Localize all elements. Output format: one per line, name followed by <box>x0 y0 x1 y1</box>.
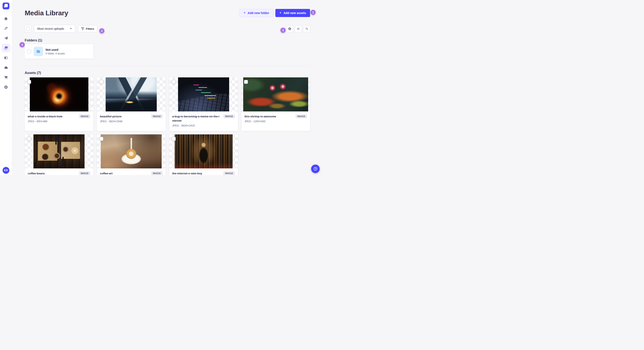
asset-image <box>30 77 88 111</box>
asset-checkbox[interactable] <box>27 80 31 84</box>
asset-checkbox[interactable] <box>100 137 103 141</box>
folder-icon <box>36 49 41 54</box>
asset-image <box>175 134 232 169</box>
asset-card-body: what-s-inside-a-black-hole JPEG - 800✕46… <box>25 111 93 126</box>
asset-image <box>243 77 308 111</box>
asset-thumbnail <box>169 77 238 111</box>
folder-subtitle: 0 folder, 4 assets <box>46 52 65 55</box>
tour-badge-1[interactable]: 1 <box>310 10 316 15</box>
settings-gear-icon <box>288 27 292 31</box>
folders-heading: Folders (1) <box>25 38 310 42</box>
asset-checkbox[interactable] <box>244 80 248 84</box>
folder-info: Not used 0 folder, 4 assets <box>46 48 65 55</box>
sidebar-nav <box>0 12 12 91</box>
filter-toolbar: Most recent uploads Filters <box>25 25 310 32</box>
plus-icon: + <box>280 11 282 15</box>
tour-badge-3[interactable]: 3 <box>280 28 286 33</box>
content-layout-icon <box>4 56 8 60</box>
sidebar-item-home[interactable] <box>2 14 10 23</box>
asset-meta: JPEG - 3824✕2548 <box>100 120 162 123</box>
feather-pen-icon <box>4 26 8 31</box>
tour-badge-4[interactable]: 4 <box>20 42 25 47</box>
asset-thumbnail <box>97 77 166 111</box>
sidebar-item-media-library[interactable] <box>2 44 10 52</box>
asset-image <box>34 134 84 169</box>
asset-meta: JPEG - 800✕466 <box>28 120 90 123</box>
asset-image <box>178 77 229 111</box>
filters-button[interactable]: Filters <box>78 25 97 32</box>
asset-thumbnail <box>97 134 166 169</box>
asset-meta: JPEG - 3628✕2419 <box>172 124 235 127</box>
folder-checkbox[interactable] <box>27 49 31 53</box>
sidebar-item-release[interactable] <box>2 34 10 42</box>
asset-meta: JPEG - 1200✕630 <box>244 120 307 123</box>
media-images-icon <box>4 46 8 50</box>
asset-type-badge: IMAGE <box>151 114 163 118</box>
sidebar-item-settings[interactable] <box>2 83 10 91</box>
strapi-logo-icon[interactable] <box>2 2 9 9</box>
filter-lines-icon <box>81 27 84 30</box>
view-options <box>286 25 310 32</box>
asset-card[interactable]: a-bug-is-becoming-a-meme-on-the-internet… <box>169 77 238 131</box>
sort-dropdown[interactable]: Most recent uploads <box>34 25 75 32</box>
folder-card[interactable]: Not used 0 folder, 4 assets <box>25 44 93 59</box>
asset-card[interactable]: coffee-beans JPEG - 5021✕3347 IMAGE <box>25 134 93 175</box>
asset-checkbox[interactable] <box>100 80 103 84</box>
asset-card[interactable]: what-s-inside-a-black-hole JPEG - 800✕46… <box>25 77 93 131</box>
asset-image <box>101 134 162 169</box>
tour-badge-2[interactable]: 2 <box>99 28 104 33</box>
sidebar-item-content-manager[interactable] <box>2 54 10 62</box>
asset-thumbnail <box>242 77 310 111</box>
plus-icon: + <box>244 11 246 15</box>
add-new-assets-button[interactable]: + Add new assets <box>275 9 310 17</box>
media-library-page: KD Media Library + Add new folder + Add … <box>0 0 322 175</box>
folder-tile <box>34 47 43 56</box>
asset-type-badge: IMAGE <box>296 114 307 118</box>
select-all-checkbox[interactable] <box>26 27 30 31</box>
sidebar-header <box>0 0 12 12</box>
shopping-cart-icon <box>4 75 8 80</box>
asset-card-body: a-bug-is-becoming-a-meme-on-the-internet… <box>169 111 238 130</box>
sidebar: KD <box>0 0 12 175</box>
asset-card-body: coffee-art JPEG - 5824✕3259 IMAGE <box>97 169 166 175</box>
assets-grid: what-s-inside-a-black-hole JPEG - 800✕46… <box>25 77 310 175</box>
asset-checkbox[interactable] <box>172 137 176 141</box>
paper-plane-icon <box>4 36 8 40</box>
user-avatar[interactable]: KD <box>2 167 9 174</box>
asset-checkbox[interactable] <box>27 137 31 141</box>
list-view-button[interactable] <box>295 25 302 32</box>
asset-card[interactable]: beautiful-picture JPEG - 3824✕2548 IMAGE <box>97 77 166 131</box>
help-button[interactable] <box>311 165 320 173</box>
question-mark-icon <box>313 167 318 171</box>
asset-type-badge: IMAGE <box>224 114 235 118</box>
asset-card[interactable]: the-internet-s-own-boy JPEG - 1200✕707 I… <box>169 134 238 175</box>
chevron-down-icon <box>70 28 72 29</box>
asset-card-body: the-internet-s-own-boy JPEG - 1200✕707 I… <box>169 169 238 175</box>
asset-checkbox[interactable] <box>172 80 176 84</box>
sidebar-footer: KD <box>0 165 12 175</box>
asset-card[interactable]: this-shrimp-is-awesome JPEG - 1200✕630 I… <box>242 77 310 131</box>
asset-card-body: beautiful-picture JPEG - 3824✕2548 IMAGE <box>97 111 166 126</box>
asset-type-badge: IMAGE <box>79 114 90 118</box>
filters-label: Filters <box>86 27 94 30</box>
add-new-folder-label: Add new folder <box>248 11 269 15</box>
asset-type-badge: IMAGE <box>151 172 163 175</box>
configure-view-button[interactable] <box>286 25 293 32</box>
asset-thumbnail <box>25 134 93 169</box>
sidebar-item-marketplace[interactable] <box>2 73 10 82</box>
asset-image <box>106 77 157 111</box>
search-button[interactable] <box>303 25 310 32</box>
asset-thumbnail <box>25 77 93 111</box>
sort-dropdown-value: Most recent uploads <box>37 27 64 30</box>
add-new-folder-button[interactable]: + Add new folder <box>239 9 273 17</box>
sidebar-item-deploy[interactable] <box>2 63 10 72</box>
page-header: Media Library + Add new folder + Add new… <box>25 0 310 17</box>
asset-card[interactable]: coffee-art JPEG - 5824✕3259 IMAGE <box>97 134 166 175</box>
assets-heading: Assets (7) <box>25 71 310 75</box>
select-all-checkbox-button[interactable] <box>25 25 32 32</box>
list-view-icon <box>296 27 300 31</box>
asset-card-body: coffee-beans JPEG - 5021✕3347 IMAGE <box>25 169 93 175</box>
asset-thumbnail <box>169 134 238 169</box>
header-actions: + Add new folder + Add new assets <box>239 9 310 17</box>
sidebar-item-content[interactable] <box>2 24 10 33</box>
